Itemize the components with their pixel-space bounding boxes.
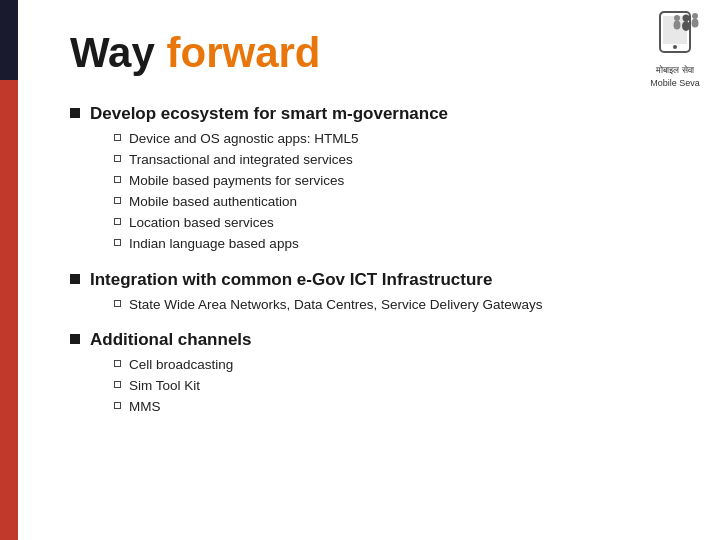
sub-list-ecosystem: Device and OS agnostic apps: HTML5Transa… — [114, 130, 690, 253]
sub-bullet-icon — [114, 239, 121, 246]
sub-list-channels: Cell broadcastingSim Tool KitMMS — [114, 356, 690, 417]
section-channels: Additional channelsCell broadcastingSim … — [70, 330, 690, 417]
list-item: Indian language based apps — [114, 235, 690, 254]
sections-container: Develop ecosystem for smart m-governance… — [70, 104, 690, 417]
list-item: MMS — [114, 398, 690, 417]
section-ecosystem: Develop ecosystem for smart m-governance… — [70, 104, 690, 253]
list-item-text: Sim Tool Kit — [129, 377, 200, 396]
list-item: Mobile based authentication — [114, 193, 690, 212]
list-item: State Wide Area Networks, Data Centres, … — [114, 296, 690, 315]
section-header-integration: Integration with common e-Gov ICT Infras… — [70, 270, 690, 290]
bullet-square-icon — [70, 334, 80, 344]
main-content: Way forward Develop ecosystem for smart … — [30, 0, 710, 540]
sub-bullet-icon — [114, 218, 121, 225]
title-way: Way — [70, 29, 155, 76]
section-title-channels: Additional channels — [90, 330, 252, 350]
sub-bullet-icon — [114, 300, 121, 307]
list-item: Device and OS agnostic apps: HTML5 — [114, 130, 690, 149]
list-item-text: Mobile based authentication — [129, 193, 297, 212]
section-header-channels: Additional channels — [70, 330, 690, 350]
section-integration: Integration with common e-Gov ICT Infras… — [70, 270, 690, 315]
list-item: Cell broadcasting — [114, 356, 690, 375]
list-item-text: MMS — [129, 398, 161, 417]
list-item: Transactional and integrated services — [114, 151, 690, 170]
list-item-text: Transactional and integrated services — [129, 151, 353, 170]
list-item: Mobile based payments for services — [114, 172, 690, 191]
list-item-text: Mobile based payments for services — [129, 172, 344, 191]
section-title-integration: Integration with common e-Gov ICT Infras… — [90, 270, 492, 290]
list-item-text: State Wide Area Networks, Data Centres, … — [129, 296, 542, 315]
list-item-text: Indian language based apps — [129, 235, 299, 254]
list-item-text: Device and OS agnostic apps: HTML5 — [129, 130, 359, 149]
sub-bullet-icon — [114, 134, 121, 141]
sub-bullet-icon — [114, 155, 121, 162]
sub-bullet-icon — [114, 402, 121, 409]
bar-red — [0, 80, 18, 540]
list-item: Location based services — [114, 214, 690, 233]
sub-bullet-icon — [114, 197, 121, 204]
bullet-square-icon — [70, 274, 80, 284]
page-title: Way forward — [70, 30, 690, 76]
sub-bullet-icon — [114, 176, 121, 183]
section-header-ecosystem: Develop ecosystem for smart m-governance — [70, 104, 690, 124]
sub-list-integration: State Wide Area Networks, Data Centres, … — [114, 296, 690, 315]
list-item-text: Location based services — [129, 214, 274, 233]
list-item-text: Cell broadcasting — [129, 356, 233, 375]
sub-bullet-icon — [114, 360, 121, 367]
list-item: Sim Tool Kit — [114, 377, 690, 396]
left-bar — [0, 0, 18, 540]
title-forward: forward — [166, 29, 320, 76]
bullet-square-icon — [70, 108, 80, 118]
section-title-ecosystem: Develop ecosystem for smart m-governance — [90, 104, 448, 124]
sub-bullet-icon — [114, 381, 121, 388]
bar-dark — [0, 0, 18, 80]
